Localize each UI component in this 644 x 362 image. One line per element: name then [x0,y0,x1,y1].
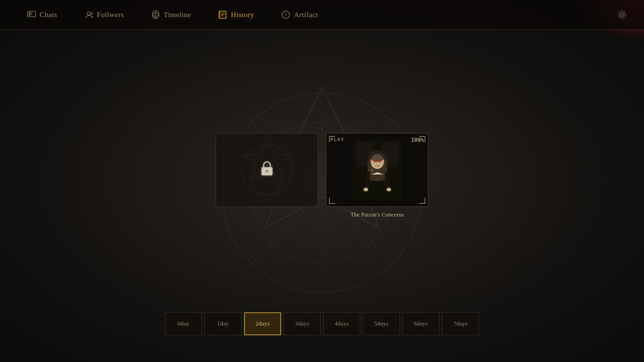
svg-rect-8 [29,12,31,13]
day-btn-4[interactable]: 4days [323,312,360,335]
history-label: History [231,10,254,19]
nav-item-timeline[interactable]: Timeline [138,0,205,29]
play-card-wrapper: PLAY 100% [326,133,428,218]
followers-label: Follwers [97,10,124,19]
svg-point-41 [363,188,368,191]
day-btn-7[interactable]: 7days [442,312,479,335]
play-card[interactable]: PLAY 100% [326,133,428,207]
artifact-label: Artifact [294,10,318,19]
locked-card [216,133,318,207]
card-title: The Patron's Concerns [326,212,428,218]
nav-item-followers[interactable]: Follwers [71,0,138,29]
svg-rect-10 [29,15,31,16]
svg-point-25 [620,12,625,17]
nav-item-history[interactable]: History [205,0,268,29]
svg-rect-17 [219,11,226,18]
history-icon [218,10,227,19]
svg-rect-44 [385,172,397,187]
character-area [326,133,428,206]
svg-point-36 [370,151,385,162]
svg-point-24 [621,13,624,16]
timeline-label: Timeline [164,10,192,19]
lock-icon [260,160,274,180]
followers-icon [84,10,94,19]
day-btn-5[interactable]: 5days [363,312,400,335]
corner-br [419,198,425,204]
play-label: PLAY [330,137,344,142]
artifact-icon: 7 [281,10,290,19]
svg-point-11 [87,12,91,15]
svg-point-42 [386,188,391,191]
svg-rect-43 [358,172,370,187]
day-btn-0[interactable]: 0day [165,312,202,335]
nav-item-chats[interactable]: Chats [13,0,71,29]
chats-icon [27,10,36,19]
svg-rect-9 [29,14,33,14]
play-percent: 100% [411,137,424,143]
day-selector: 0day 1day 2days 3days 4days 5days 6days … [165,312,479,335]
corner-bl [329,198,335,204]
svg-rect-30 [266,171,268,173]
day-btn-3[interactable]: 3days [284,312,321,335]
svg-text:7: 7 [284,13,287,17]
svg-rect-21 [219,11,220,18]
day-btn-6[interactable]: 6days [402,312,439,335]
cards-container: PLAY 100% [216,133,428,218]
settings-button[interactable] [614,6,631,23]
chats-label: Chats [40,10,57,19]
nav-item-artifact[interactable]: 7 Artifact [268,0,331,29]
navbar: Chats Follwers Timeline [0,0,644,29]
timeline-icon [151,10,160,19]
day-btn-1[interactable]: 1day [205,312,241,335]
crosshair [369,167,375,173]
day-btn-2[interactable]: 2days [244,312,281,335]
